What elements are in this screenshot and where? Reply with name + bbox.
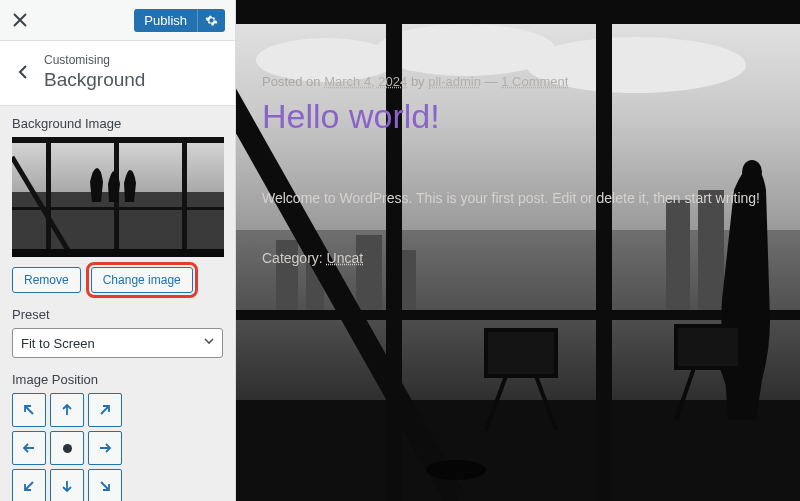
gear-icon xyxy=(205,14,218,27)
pos-bottom-left[interactable] xyxy=(12,469,46,501)
change-image-button[interactable]: Change image xyxy=(91,267,193,293)
svg-rect-6 xyxy=(182,137,187,257)
pos-top-right[interactable] xyxy=(88,393,122,427)
pos-left[interactable] xyxy=(12,431,46,465)
chevron-left-icon xyxy=(18,65,28,79)
svg-rect-28 xyxy=(486,330,556,376)
close-button[interactable] xyxy=(8,8,32,32)
arrow-up-left-icon xyxy=(21,402,37,418)
breadcrumb: Customising Background xyxy=(44,53,145,91)
arrow-up-icon xyxy=(59,402,75,418)
svg-point-34 xyxy=(426,460,486,480)
close-icon xyxy=(13,13,27,27)
meta-date-link[interactable]: March 4, 2024 xyxy=(324,74,407,89)
arrow-down-icon xyxy=(59,478,75,494)
position-grid xyxy=(12,393,223,501)
arrow-up-right-icon xyxy=(97,402,113,418)
remove-button[interactable]: Remove xyxy=(12,267,81,293)
cat-label: Category: xyxy=(262,250,327,266)
pos-bottom[interactable] xyxy=(50,469,84,501)
meta-sep: — xyxy=(481,74,501,89)
arrow-left-icon xyxy=(21,440,37,456)
svg-rect-7 xyxy=(12,207,224,210)
meta-author-link[interactable]: pll-admin xyxy=(428,74,481,89)
thumbnail-graphic xyxy=(12,137,224,257)
site-preview: Posted on March 4, 2024 by pll-admin — 1… xyxy=(236,0,800,501)
section-preset: Preset Fit to Screen xyxy=(0,297,235,362)
meta-by: by xyxy=(407,74,428,89)
svg-rect-4 xyxy=(46,137,51,257)
change-image-highlight: Change image xyxy=(91,267,193,293)
svg-rect-31 xyxy=(676,326,740,368)
bg-image-buttons: Remove Change image xyxy=(12,267,223,293)
meta-prefix: Posted on xyxy=(262,74,324,89)
preset-label: Preset xyxy=(12,307,223,322)
section-background-image: Background Image xyxy=(0,106,235,297)
pos-right[interactable] xyxy=(88,431,122,465)
arrow-right-icon xyxy=(97,440,113,456)
breadcrumb-small: Customising xyxy=(44,53,145,67)
sidebar-topbar: Publish xyxy=(0,0,235,41)
pos-top-left[interactable] xyxy=(12,393,46,427)
bg-image-label: Background Image xyxy=(12,116,223,131)
publish-button[interactable]: Publish xyxy=(134,9,197,32)
svg-rect-26 xyxy=(236,310,800,320)
pos-top[interactable] xyxy=(50,393,84,427)
arrow-down-left-icon xyxy=(21,478,37,494)
bg-image-thumbnail[interactable] xyxy=(12,137,224,257)
page-title: Background xyxy=(44,69,145,91)
pos-bottom-right[interactable] xyxy=(88,469,122,501)
preset-select[interactable]: Fit to Screen xyxy=(12,328,223,358)
meta-comments-link[interactable]: 1 Comment xyxy=(501,74,568,89)
image-position-label: Image Position xyxy=(12,372,223,387)
svg-rect-22 xyxy=(236,400,800,501)
breadcrumb-row: Customising Background xyxy=(0,41,235,106)
customizer-sidebar: Publish Customising Background Backgroun… xyxy=(0,0,236,501)
publish-settings-button[interactable] xyxy=(197,9,225,32)
arrow-down-right-icon xyxy=(97,478,113,494)
back-button[interactable] xyxy=(14,63,32,81)
cat-link[interactable]: Uncat xyxy=(327,250,364,266)
section-image-position: Image Position xyxy=(0,362,235,501)
post-body: Welcome to WordPress. This is your first… xyxy=(262,190,780,206)
post-category: Category: Uncat xyxy=(262,250,780,266)
post-title[interactable]: Hello world! xyxy=(262,97,780,136)
svg-rect-8 xyxy=(12,249,224,257)
publish-group: Publish xyxy=(134,9,225,32)
svg-rect-23 xyxy=(236,0,800,24)
post-content: Posted on March 4, 2024 by pll-admin — 1… xyxy=(262,74,780,266)
post-meta: Posted on March 4, 2024 by pll-admin — 1… xyxy=(262,74,780,89)
pos-center[interactable] xyxy=(50,431,84,465)
